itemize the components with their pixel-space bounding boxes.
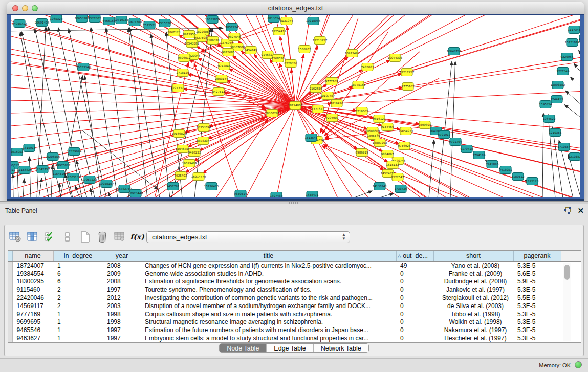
cell-short[interactable]: de Silva et al. (2003) [433, 302, 513, 310]
cell-in_degree[interactable]: 2 [53, 302, 103, 310]
graph-node[interactable]: 9896012 [178, 54, 191, 62]
cell-year[interactable]: 1997 [103, 334, 141, 342]
cell-year[interactable]: 2009 [103, 270, 141, 278]
graph-node[interactable]: 12923448 [128, 190, 143, 198]
cell-out_de[interactable]: 0 [396, 334, 433, 342]
graph-node[interactable]: 9154469 [381, 123, 394, 131]
cell-year[interactable]: 2003 [103, 302, 141, 310]
cell-pagerank[interactable]: 5.5E-5 [513, 294, 561, 302]
cell-short[interactable]: Wolkin et al. (1998) [433, 318, 513, 326]
cell-in_degree[interactable]: 1 [53, 334, 103, 342]
cell-title[interactable]: Investigating the contribution of common… [141, 294, 396, 302]
cell-name[interactable]: 9699695 [12, 318, 53, 326]
table-row[interactable]: 1456911722003Disruption of a novel membe… [8, 302, 581, 310]
graph-node[interactable]: 16353594 [197, 124, 211, 132]
graph-node[interactable]: 1897488 [270, 192, 283, 198]
graph-node[interactable]: 7485083 [361, 63, 374, 71]
cell-title[interactable]: Disruption of a novel member of a sodium… [141, 302, 396, 310]
graph-node[interactable]: 15751074 [565, 39, 580, 47]
graph-node[interactable]: 9329966 [561, 53, 574, 61]
graph-node[interactable]: 1816426 [331, 100, 343, 107]
graph-node[interactable]: 8186328 [207, 37, 220, 45]
cell-title[interactable]: Corpus callosum shape and size in male p… [141, 310, 396, 318]
tab-network-table[interactable]: Network Table [314, 344, 368, 352]
graph-node[interactable]: 18300295 [265, 110, 280, 117]
cell-short[interactable]: Stergiakouli et al. (2012) [433, 294, 513, 302]
cell-title[interactable]: Structural magnetic resonance image aver… [141, 318, 396, 326]
graph-node[interactable]: 9418951 [499, 166, 512, 174]
graph-node[interactable]: 8454749 [245, 47, 257, 54]
graph-node[interactable]: 8131074 [280, 17, 293, 25]
column-header-in_degree[interactable]: in_degree [53, 251, 103, 261]
table-scrollbar[interactable] [563, 263, 571, 341]
tab-edge-table[interactable]: Edge Table [267, 344, 313, 352]
graph-node[interactable]: 16648784 [447, 48, 462, 55]
graph-node[interactable]: 16914479 [191, 173, 206, 181]
graph-node[interactable]: 9350514 [234, 190, 247, 198]
graph-node[interactable]: 1321612 [312, 105, 324, 113]
graph-node[interactable]: 15716485 [204, 183, 219, 190]
graph-node[interactable]: 1873471 [580, 57, 580, 65]
graph-node[interactable]: 20206556 [46, 153, 60, 161]
cell-out_de[interactable]: 0 [396, 326, 433, 334]
graph-node[interactable]: 7204907 [326, 114, 339, 122]
cell-out_de[interactable]: 0 [396, 318, 433, 326]
cell-short[interactable]: Hescheler et al. (1997) [433, 334, 513, 342]
table-row[interactable]: 946554611997Estimation of the future num… [8, 326, 581, 334]
graph-node[interactable]: 2016053 [11, 148, 24, 156]
cell-in_degree[interactable]: 2 [53, 286, 103, 294]
cell-in_degree[interactable]: 1 [53, 318, 103, 326]
cell-title[interactable]: Embryonic stem cells: a model to study s… [141, 334, 396, 342]
graph-node[interactable]: 19166827 [172, 130, 187, 138]
graph-node[interactable]: 1794189 [473, 151, 486, 159]
graph-node[interactable]: 1568520 [272, 55, 285, 62]
graph-node[interactable]: 1210355 [549, 129, 562, 137]
graph-node[interactable]: 12342757 [35, 166, 50, 173]
graph-node[interactable]: 1210382 [569, 153, 580, 161]
cell-name[interactable]: 19384554 [12, 270, 53, 278]
table-row[interactable]: 1872400712008Changes of HCN gene express… [8, 261, 581, 270]
graph-node[interactable]: 9791794 [449, 138, 462, 146]
graph-node[interactable]: 1154519 [53, 170, 66, 178]
graph-hub-node[interactable]: 18724007 [288, 102, 303, 110]
graph-node[interactable]: 19958187 [99, 180, 114, 188]
graph-node[interactable]: 4189512 [512, 173, 525, 181]
graph-node[interactable]: 2718120 [177, 69, 189, 77]
table-row[interactable]: 1830029562008Estimation of significance … [8, 278, 581, 286]
graph-node[interactable]: 7515521 [143, 21, 156, 29]
graph-node[interactable]: 16543382 [185, 40, 199, 48]
cell-pagerank[interactable]: 5.3E-5 [513, 310, 561, 318]
row-select-icon[interactable] [42, 230, 58, 244]
graph-node[interactable]: 1103925 [580, 121, 580, 129]
graph-node[interactable]: 8986919 [356, 149, 368, 157]
graph-node[interactable]: 1733426 [395, 185, 407, 193]
close-icon[interactable]: ✕ [577, 207, 584, 214]
graph-node[interactable]: 19218986 [306, 17, 321, 25]
graph-node[interactable]: 9179418 [461, 145, 473, 153]
graph-node[interactable]: 10688609 [365, 127, 380, 135]
memory-status-indicator[interactable] [575, 361, 582, 368]
graph-node[interactable]: 1595854 [539, 101, 552, 108]
graph-node[interactable]: 7941895 [486, 161, 499, 168]
table-row[interactable]: 969969511998Structural magnetic resonanc… [8, 318, 581, 326]
function-builder-icon[interactable]: f(x) [129, 230, 145, 244]
graph-node[interactable]: 7515528 [159, 19, 171, 27]
graph-node[interactable]: 9162656 [310, 85, 322, 93]
graph-node[interactable]: 1117345 [568, 26, 580, 34]
cell-year[interactable]: 2008 [103, 278, 141, 286]
cell-pagerank[interactable]: 5.3E-5 [513, 318, 561, 326]
graph-node[interactable]: 18775165 [351, 81, 366, 89]
graph-node[interactable]: 8427512 [212, 88, 225, 96]
cell-year[interactable]: 1997 [103, 326, 141, 334]
cell-in_degree[interactable]: 2 [53, 294, 103, 302]
graph-node[interactable]: 12217957 [400, 69, 415, 76]
graph-node[interactable]: 12093582 [551, 81, 565, 89]
graph-node[interactable]: 14136141 [373, 183, 387, 190]
tab-node-table[interactable]: Node Table [220, 344, 267, 352]
column-header-year[interactable]: year [103, 251, 141, 261]
graph-node[interactable]: 19654923 [399, 127, 413, 135]
cell-year[interactable]: 2008 [103, 261, 141, 270]
graph-node[interactable]: 14055712 [12, 20, 27, 28]
graph-node[interactable]: 9775165 [402, 83, 415, 91]
cell-in_degree[interactable]: 1 [53, 326, 103, 334]
